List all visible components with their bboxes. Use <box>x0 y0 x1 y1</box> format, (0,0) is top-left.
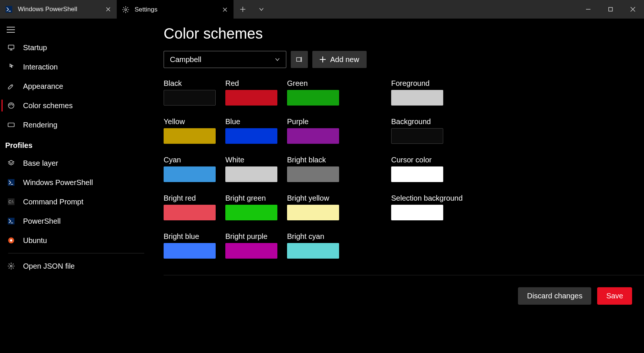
titlebar-spacer <box>271 0 577 19</box>
tab-powershell[interactable]: Windows PowerShell <box>0 0 117 19</box>
minimize-button[interactable] <box>577 0 599 19</box>
sidebar-item-label: Command Prompt <box>23 198 83 206</box>
titlebar: Windows PowerShell Settings <box>0 0 644 19</box>
swatch-label: Red <box>225 79 281 88</box>
sidebar-item-ubuntu[interactable]: Ubuntu <box>0 231 152 250</box>
close-icon[interactable] <box>105 6 112 13</box>
close-window-button[interactable] <box>622 0 644 19</box>
chevron-down-icon <box>275 58 280 61</box>
sidebar-item-command-prompt[interactable]: C:\ Command Prompt <box>0 192 152 211</box>
swatch-color[interactable] <box>391 166 443 182</box>
color-swatch-purple: Purple <box>287 117 343 144</box>
add-new-button[interactable]: Add new <box>312 51 367 68</box>
swatch-color[interactable] <box>391 90 443 106</box>
swatch-color[interactable] <box>391 205 443 220</box>
appearance-icon <box>7 82 16 91</box>
swatch-color[interactable] <box>287 128 339 144</box>
maximize-button[interactable] <box>599 0 622 19</box>
swatch-label: Cyan <box>164 156 219 164</box>
sidebar-item-open-json[interactable]: Open JSON file <box>0 256 152 319</box>
sidebar-item-interaction[interactable]: Interaction <box>0 57 152 77</box>
scheme-select[interactable]: Campbell <box>164 51 286 68</box>
swatch-label: Cursor color <box>391 156 463 164</box>
swatch-label: Yellow <box>164 117 219 126</box>
swatch-color[interactable] <box>287 166 339 182</box>
rename-scheme-button[interactable] <box>291 51 308 68</box>
scheme-toolbar: Campbell Add new <box>164 51 644 68</box>
svg-rect-16 <box>297 58 301 61</box>
color-swatch-bright-yellow: Bright yellow <box>287 194 343 220</box>
swatch-color[interactable] <box>164 166 216 182</box>
sidebar-nav: Startup Interaction Appearance Color sch… <box>0 38 152 353</box>
swatch-color[interactable] <box>287 90 339 106</box>
sidebar-item-color-schemes[interactable]: Color schemes <box>0 96 152 115</box>
startup-icon <box>7 43 16 52</box>
sidebar-item-appearance[interactable]: Appearance <box>0 77 152 96</box>
color-swatch-selection-background: Selection background <box>391 194 463 220</box>
swatch-color[interactable] <box>164 90 216 106</box>
color-swatch-bright-cyan: Bright cyan <box>287 232 343 259</box>
tab-settings[interactable]: Settings <box>117 0 234 19</box>
swatch-color[interactable] <box>287 243 339 259</box>
color-swatch-green: Green <box>287 79 343 106</box>
color-swatch-black: Black <box>164 79 219 106</box>
colors-grid: BlackRedGreenYellowBluePurpleCyanWhiteBr… <box>164 79 343 259</box>
svg-point-1 <box>125 9 127 10</box>
svg-rect-2 <box>609 7 612 11</box>
swatch-color[interactable] <box>164 205 216 220</box>
swatch-color[interactable] <box>164 243 216 259</box>
swatch-label: White <box>225 156 281 164</box>
swatch-label: Bright black <box>287 156 343 164</box>
scheme-select-value: Campbell <box>170 55 201 64</box>
color-swatch-bright-blue: Bright blue <box>164 232 219 259</box>
sidebar-item-powershell[interactable]: PowerShell <box>0 211 152 231</box>
swatch-color[interactable] <box>287 205 339 220</box>
gear-icon <box>7 262 16 271</box>
rendering-icon <box>7 120 16 129</box>
swatch-color[interactable] <box>225 205 277 220</box>
sidebar-item-rendering[interactable]: Rendering <box>0 115 152 135</box>
sidebar-item-base-layer[interactable]: Base layer <box>0 153 152 173</box>
swatch-color[interactable] <box>225 243 277 259</box>
tab-dropdown-button[interactable] <box>252 0 271 19</box>
color-swatch-white: White <box>225 156 281 182</box>
swatch-color[interactable] <box>164 128 216 144</box>
sidebar-item-label: Windows PowerShell <box>23 178 93 187</box>
content-divider <box>164 275 644 275</box>
swatch-color[interactable] <box>225 166 277 182</box>
save-button[interactable]: Save <box>597 287 632 305</box>
special-colors: ForegroundBackgroundCursor colorSelectio… <box>391 79 463 259</box>
color-swatch-bright-red: Bright red <box>164 194 219 220</box>
color-swatch-bright-black: Bright black <box>287 156 343 182</box>
sidebar-item-windows-powershell[interactable]: Windows PowerShell <box>0 173 152 192</box>
svg-point-15 <box>10 265 12 267</box>
color-swatch-red: Red <box>225 79 281 106</box>
swatch-label: Bright cyan <box>287 232 343 241</box>
swatch-color[interactable] <box>225 128 277 144</box>
cmd-icon: C:\ <box>7 197 16 206</box>
swatch-label: Bright blue <box>164 232 219 241</box>
ubuntu-icon <box>7 236 16 245</box>
palette-icon <box>7 101 16 110</box>
sidebar-divider <box>8 253 144 253</box>
add-new-label: Add new <box>330 55 359 64</box>
sidebar-item-label: Appearance <box>23 82 63 91</box>
sidebar-item-label: Startup <box>23 43 47 52</box>
color-swatch-blue: Blue <box>225 117 281 144</box>
sidebar-item-startup[interactable]: Startup <box>0 38 152 57</box>
hamburger-button[interactable] <box>0 22 152 38</box>
close-icon[interactable] <box>222 6 228 13</box>
swatch-label: Bright green <box>225 194 281 203</box>
sidebar-item-label: Ubuntu <box>23 236 47 245</box>
swatch-label: Selection background <box>391 194 463 203</box>
discard-button[interactable]: Discard changes <box>518 287 591 305</box>
swatch-label: Bright purple <box>225 232 281 241</box>
powershell-icon <box>7 217 16 226</box>
svg-rect-8 <box>8 123 15 127</box>
sidebar-item-label: PowerShell <box>23 217 61 226</box>
new-tab-button[interactable] <box>234 0 252 19</box>
swatch-color[interactable] <box>225 90 277 106</box>
swatch-label: Green <box>287 79 343 88</box>
swatch-color[interactable] <box>391 128 443 144</box>
color-swatch-bright-purple: Bright purple <box>225 232 281 259</box>
